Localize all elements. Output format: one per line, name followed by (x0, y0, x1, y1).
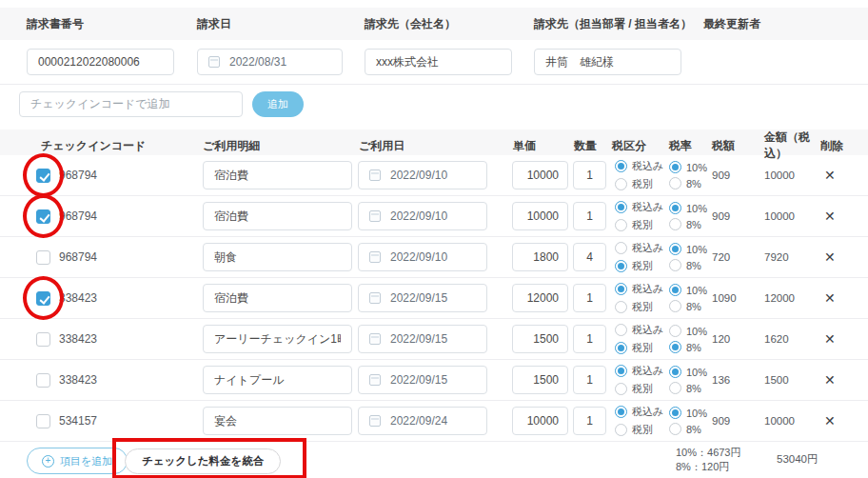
usage-date-value: 2022/09/10 (390, 209, 447, 223)
delete-row-button[interactable]: ✕ (817, 290, 836, 306)
table-row: 534157 2022/09/24 税込み税別 10%8% 909 10000 … (0, 401, 868, 442)
tax-rate-option[interactable]: 8% (669, 382, 710, 394)
calendar-icon (369, 415, 381, 427)
delete-row-button[interactable]: ✕ (817, 413, 836, 428)
radio-icon (669, 177, 681, 189)
row-checkbox[interactable] (36, 332, 50, 347)
tax-category-option[interactable]: 税込み (615, 405, 667, 419)
delete-row-button[interactable]: ✕ (817, 249, 836, 265)
delete-row-button[interactable]: ✕ (817, 168, 836, 183)
row-checkbox[interactable] (36, 414, 50, 428)
tax-rate-option[interactable]: 10% (669, 161, 710, 173)
detail-input[interactable] (203, 161, 352, 189)
quantity-input[interactable] (573, 243, 606, 271)
checkin-code-input[interactable] (19, 91, 243, 117)
usage-date-input[interactable]: 2022/09/10 (358, 243, 487, 271)
tax-rate-option[interactable]: 10% (669, 202, 710, 214)
detail-input[interactable] (203, 202, 352, 230)
usage-date-input[interactable]: 2022/09/15 (358, 325, 487, 353)
invoice-number-input[interactable] (27, 49, 174, 75)
tax-rate-option[interactable]: 8% (669, 341, 710, 353)
tax-category-option[interactable]: 税別 (615, 218, 667, 232)
tax-rate-option[interactable]: 8% (669, 259, 710, 271)
unit-price-input[interactable] (512, 161, 568, 189)
quantity-input[interactable] (573, 366, 606, 394)
quantity-input[interactable] (573, 325, 606, 353)
radio-icon (669, 243, 681, 255)
calendar-icon (369, 210, 381, 222)
unit-price-input[interactable] (512, 284, 568, 312)
tax-rate-option[interactable]: 10% (669, 243, 710, 255)
quantity-input[interactable] (573, 407, 606, 435)
tax-category-option[interactable]: 税込み (615, 241, 667, 255)
radio-icon (615, 342, 627, 354)
invoice-date-input[interactable]: 2022/08/31 (197, 49, 343, 75)
tax-rate-option[interactable]: 10% (669, 325, 710, 337)
add-by-code-button[interactable]: 追加 (252, 91, 304, 117)
radio-icon (669, 366, 681, 378)
section-divider (0, 84, 868, 85)
tax-amount-value: 909 (710, 210, 762, 222)
detail-input[interactable] (203, 325, 352, 353)
tax-rate-option[interactable]: 10% (669, 284, 710, 296)
delete-row-button[interactable]: ✕ (817, 372, 836, 388)
contact-person-input[interactable] (534, 49, 681, 75)
tax-rate-option[interactable]: 8% (669, 177, 710, 189)
unit-price-input[interactable] (512, 243, 568, 271)
tax-category-option[interactable]: 税別 (615, 259, 667, 273)
tax-category-option[interactable]: 税込み (615, 364, 667, 378)
checkin-code-value: 534157 (59, 414, 97, 428)
detail-input[interactable] (203, 366, 352, 394)
tax-category-option[interactable]: 税別 (615, 382, 667, 396)
usage-date-input[interactable]: 2022/09/15 (358, 366, 487, 394)
delete-row-button[interactable]: ✕ (817, 209, 836, 224)
unit-price-input[interactable] (512, 202, 568, 230)
tax-rate-option[interactable]: 10% (669, 407, 710, 419)
quantity-input[interactable] (573, 284, 606, 312)
tax-category-group: 税込み税別 (610, 159, 667, 191)
tax-category-option[interactable]: 税別 (615, 341, 667, 355)
tax-category-option[interactable]: 税別 (615, 300, 667, 314)
row-checkbox[interactable] (36, 169, 50, 183)
delete-row-button[interactable]: ✕ (817, 331, 836, 347)
usage-date-input[interactable]: 2022/09/10 (358, 161, 487, 189)
usage-date-input[interactable]: 2022/09/15 (358, 284, 487, 312)
quantity-input[interactable] (573, 202, 606, 230)
unit-price-input[interactable] (512, 325, 568, 353)
row-checkbox[interactable] (36, 291, 50, 306)
radio-icon (669, 259, 681, 271)
merge-checked-charges-button[interactable]: チェックした料金を統合 (125, 448, 281, 474)
add-item-button[interactable]: + 項目を追加 (27, 448, 128, 474)
tax-category-option[interactable]: 税込み (615, 323, 667, 337)
grand-total: 53040円 (777, 452, 818, 467)
company-name-label: 請求先（会社名） (365, 16, 534, 32)
detail-input[interactable] (203, 407, 352, 435)
checkin-code-value: 968794 (59, 209, 97, 223)
row-checkbox[interactable] (36, 250, 50, 265)
tax-rate-option[interactable]: 8% (669, 423, 710, 435)
tax-category-option[interactable]: 税込み (615, 200, 667, 214)
company-name-input[interactable] (365, 49, 512, 75)
row-checkbox[interactable] (36, 209, 50, 224)
usage-date-input[interactable]: 2022/09/10 (358, 202, 487, 230)
table-row: 338423 2022/09/15 税込み税別 10%8% 136 1500 ✕ (0, 360, 868, 401)
row-checkbox[interactable] (36, 373, 50, 388)
radio-icon (669, 202, 681, 214)
unit-price-input[interactable] (512, 366, 568, 394)
radio-icon (615, 260, 627, 272)
tax-category-option[interactable]: 税別 (615, 177, 667, 191)
tax-rate-option[interactable]: 8% (669, 300, 710, 312)
detail-input[interactable] (203, 284, 352, 312)
usage-date-input[interactable]: 2022/09/24 (358, 407, 487, 435)
tax-category-option[interactable]: 税込み (615, 282, 667, 296)
usage-date-value: 2022/09/10 (390, 169, 447, 182)
tax-rate-option[interactable]: 10% (669, 366, 710, 378)
tax-category-option[interactable]: 税込み (615, 159, 667, 173)
tax-rate-option[interactable]: 8% (669, 218, 710, 230)
unit-price-input[interactable] (512, 407, 568, 435)
table-row: 338423 2022/09/15 税込み税別 10%8% 120 1620 ✕ (0, 319, 868, 360)
quantity-input[interactable] (573, 161, 606, 189)
col-date: ご利用日 (358, 138, 504, 154)
tax-category-option[interactable]: 税別 (615, 423, 667, 437)
detail-input[interactable] (203, 243, 352, 271)
